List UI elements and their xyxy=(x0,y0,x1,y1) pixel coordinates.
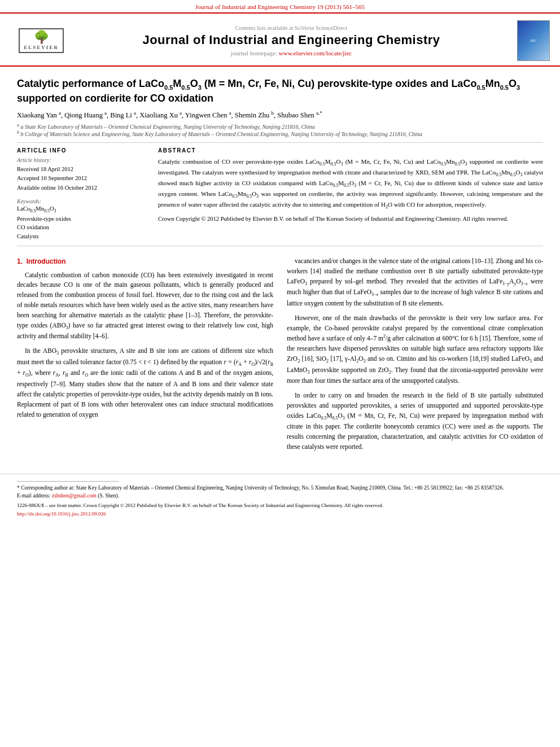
keyword-4: Catalysts xyxy=(17,232,141,241)
affiliations: a a State Key Laboratory of Materials – … xyxy=(17,123,543,138)
header-area: 🌳 ELSEVIER Contents lists available at S… xyxy=(0,14,560,67)
corresponding-note: * Corresponding author at: State Key Lab… xyxy=(17,484,543,492)
body-paragraph-3: vacancies and/or changes in the valence … xyxy=(287,256,543,309)
doi-footer: http://dx.doi.org/10.1016/j.jiec.2012.09… xyxy=(17,511,543,517)
doi-link[interactable]: http://dx.doi.org/10.1016/j.jiec.2012.09… xyxy=(17,511,106,517)
received-date: Received 18 April 2012 xyxy=(17,165,141,174)
elsevier-logo: 🌳 ELSEVIER xyxy=(19,28,64,53)
affiliation-a: a a State Key Laboratory of Materials – … xyxy=(17,123,543,130)
keyword-1: LaCo0.5Mn0.5O3 xyxy=(17,204,141,215)
footer-area: * Corresponding author at: State Key Lab… xyxy=(0,474,560,522)
issn-footer: 1226-086X/$ – see front matter. Crown Co… xyxy=(17,503,543,508)
cover-alt: JIEC xyxy=(529,38,538,43)
email-link[interactable]: zshshen@gmail.com xyxy=(52,493,97,499)
article-title: Catalytic performance of LaCo0.5M0.5O3 (… xyxy=(17,77,543,106)
article-info-column: ARTICLE INFO Article history: Received 1… xyxy=(17,147,141,241)
homepage-label: journal homepage: xyxy=(231,50,277,56)
sciverse-text: Contents lists available at SciVerse Sci… xyxy=(78,25,505,31)
affiliation-b: b b College of Materials Science and Eng… xyxy=(17,130,543,137)
footnote-separator xyxy=(17,481,119,482)
accepted-date: Accepted 10 September 2012 xyxy=(17,174,141,183)
elsevier-tree-icon: 🌳 xyxy=(34,31,49,43)
body-column-right: vacancies and/or changes in the valence … xyxy=(287,256,543,457)
journal-homepage: journal homepage: www.elsevier.com/locat… xyxy=(78,50,505,56)
issn-text: 1226-086X/$ – see front matter. Crown Co… xyxy=(17,503,383,508)
available-date: Available online 16 October 2012 xyxy=(17,184,141,193)
body-columns: 1. Introduction Catalytic combustion of … xyxy=(17,256,543,457)
journal-cover-thumbnail: JIEC xyxy=(517,20,550,61)
header-right: JIEC xyxy=(505,20,550,61)
divider-bottom xyxy=(17,246,543,246)
article-info-header: ARTICLE INFO xyxy=(17,147,141,154)
section1-title: Introduction xyxy=(27,257,66,265)
body-paragraph-4: However, one of the main drawbacks of th… xyxy=(287,313,543,386)
email-note: E-mail address: zshshen@gmail.com (S. Sh… xyxy=(17,492,543,500)
body-paragraph-2: In the ABO3 perovskite structures, A sit… xyxy=(17,346,273,420)
journal-title: Journal of Industrial and Engineering Ch… xyxy=(78,33,505,47)
section1-header: 1. Introduction xyxy=(17,256,273,267)
body-column-left: 1. Introduction Catalytic combustion of … xyxy=(17,256,273,457)
article-history-label: Article history: xyxy=(17,157,141,163)
content-area: Catalytic performance of LaCo0.5M0.5O3 (… xyxy=(0,67,560,462)
banner-text: Journal of Industrial and Engineering Ch… xyxy=(195,3,365,10)
page: Journal of Industrial and Engineering Ch… xyxy=(0,0,560,747)
elsevier-label: ELSEVIER xyxy=(24,45,59,50)
abstract-text: Catalytic combustion of CO over perovski… xyxy=(158,157,543,211)
body-paragraph-1: Catalytic combustion of carbon monoxide … xyxy=(17,270,273,342)
info-section: ARTICLE INFO Article history: Received 1… xyxy=(17,147,543,241)
keyword-2: Perovskite-type oxides xyxy=(17,215,141,224)
header-left: 🌳 ELSEVIER xyxy=(10,28,72,53)
abstract-header: ABSTRACT xyxy=(158,147,543,154)
journal-banner: Journal of Industrial and Engineering Ch… xyxy=(0,0,560,14)
divider-top xyxy=(17,142,543,143)
body-paragraph-5: In order to carry on and broaden the res… xyxy=(287,391,543,452)
authors-line: Xiaokang Yan a, Qiong Huang a, Bing Li a… xyxy=(17,110,543,120)
copyright-text: Crown Copyright © 2012 Published by Else… xyxy=(158,215,543,224)
abstract-column: ABSTRACT Catalytic combustion of CO over… xyxy=(158,147,543,241)
homepage-link[interactable]: www.elsevier.com/locate/jiec xyxy=(279,50,352,56)
keywords-label: Keywords: xyxy=(17,198,141,204)
keywords-section: Keywords: LaCo0.5Mn0.5O3 Perovskite-type… xyxy=(17,198,141,241)
header-center: Contents lists available at SciVerse Sci… xyxy=(78,25,505,56)
section1-number: 1. xyxy=(17,257,23,265)
keyword-3: CO oxidation xyxy=(17,223,141,232)
